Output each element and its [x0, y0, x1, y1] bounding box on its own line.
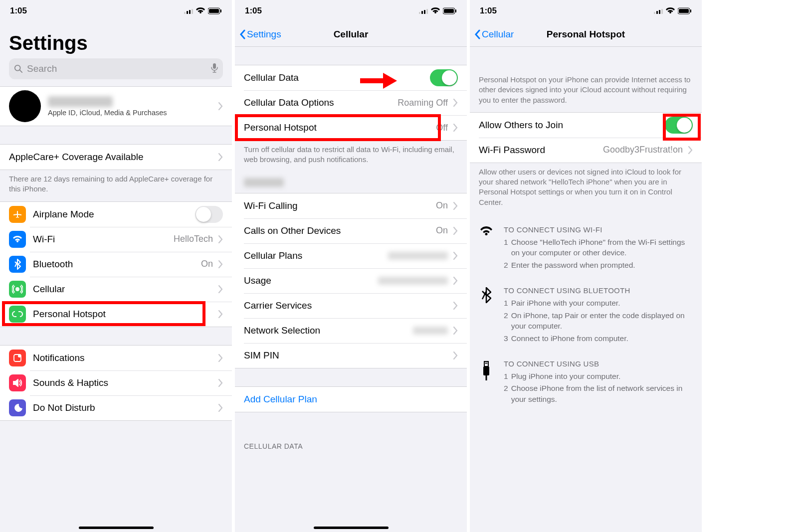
row-carrier-services[interactable]: Carrier Services [235, 293, 467, 318]
row-airplane-mode[interactable]: Airplane Mode [0, 202, 232, 227]
chevron-right-icon [453, 352, 458, 359]
wifi-icon [196, 7, 205, 14]
sounds-icon [9, 374, 26, 391]
row-wifi-calling[interactable]: Wi-Fi Calling On [235, 193, 467, 218]
row-network-selection[interactable]: Network Selection [235, 318, 467, 343]
row-personal-hotspot[interactable]: Personal Hotspot [0, 302, 232, 327]
hotspot-footer: Allow other users or devices not signed … [470, 163, 702, 214]
usb-instruct-icon [482, 360, 491, 406]
status-bar: 1:05 [470, 0, 702, 22]
row-cellular[interactable]: Cellular [0, 277, 232, 302]
instruct-wifi: TO CONNECT USING WI-FI 1Choose "HelloTec… [470, 214, 702, 275]
row-calls-other-devices[interactable]: Calls on Other Devices On [235, 218, 467, 243]
avatar [9, 90, 41, 122]
svg-point-8 [18, 355, 21, 357]
cellular-data-group: Cellular Data Cellular Data Options Roam… [235, 65, 467, 141]
svg-rect-15 [690, 9, 691, 12]
arrow-annotation [358, 71, 398, 91]
row-add-cellular-plan[interactable]: Add Cellular Plan [235, 387, 467, 412]
chevron-right-icon [218, 285, 223, 293]
status-bar: 1:05 [235, 0, 467, 22]
row-allow-others[interactable]: Allow Others to Join [470, 113, 702, 138]
chevron-right-icon [453, 99, 458, 107]
bluetooth-settings-icon [9, 256, 26, 273]
row-wifi[interactable]: Wi-Fi HelloTech [0, 227, 232, 252]
row-sim-pin[interactable]: SIM PIN [235, 343, 467, 368]
notifications-icon [9, 350, 26, 366]
status-time: 1:05 [480, 6, 497, 16]
row-dnd[interactable]: Do Not Disturb [0, 395, 232, 420]
wifi-icon [666, 7, 675, 14]
chevron-right-icon [218, 260, 223, 268]
chevron-right-icon [453, 302, 458, 310]
hotspot-settings-icon [9, 306, 26, 323]
row-cellular-data-options[interactable]: Cellular Data Options Roaming Off [235, 90, 467, 115]
dnd-icon [9, 399, 26, 416]
row-sounds[interactable]: Sounds & Haptics [0, 370, 232, 395]
chevron-right-icon [218, 379, 223, 387]
home-indicator[interactable] [314, 527, 389, 529]
nav-bar: Cellular Personal Hotspot [470, 22, 702, 47]
svg-rect-17 [485, 362, 486, 364]
chevron-right-icon [453, 202, 458, 210]
row-bluetooth[interactable]: Bluetooth On [0, 252, 232, 277]
hotspot-group: Allow Others to Join Wi-Fi Password Good… [470, 112, 702, 163]
airplane-toggle[interactable] [195, 206, 223, 223]
mic-icon[interactable] [211, 63, 218, 75]
chevron-left-icon [239, 29, 246, 39]
search-icon [14, 64, 23, 73]
svg-rect-18 [487, 362, 488, 364]
chevron-right-icon [218, 310, 223, 318]
phone-hotspot: 1:05 Cellular Personal Hotspot Personal … [470, 0, 702, 532]
row-personal-hotspot[interactable]: Personal Hotspot Off [235, 115, 467, 140]
chevron-right-icon [218, 354, 223, 362]
nav-title: Personal Hotspot [547, 29, 625, 40]
cellular-data-toggle[interactable] [430, 69, 458, 86]
chevron-left-icon [474, 29, 481, 39]
back-button[interactable]: Settings [239, 29, 281, 40]
cellular-signal-icon [654, 8, 663, 14]
redacted-value [413, 327, 448, 335]
battery-icon [443, 7, 457, 14]
row-wifi-password[interactable]: Wi-Fi Password Goodby3Frustrat!on [470, 138, 702, 163]
account-name-redacted [48, 96, 113, 107]
home-indicator[interactable] [79, 527, 154, 529]
wifi-settings-icon [9, 231, 26, 248]
search-input[interactable]: Search [9, 58, 223, 79]
row-cellular-data[interactable]: Cellular Data [235, 65, 467, 90]
chevron-right-icon [453, 227, 458, 235]
status-time: 1:05 [10, 6, 27, 16]
chevron-right-icon [453, 252, 458, 260]
svg-rect-14 [679, 9, 689, 13]
row-usage[interactable]: Usage [235, 268, 467, 293]
applecare-row[interactable]: AppleCare+ Coverage Available [0, 145, 232, 170]
row-cellular-plans[interactable]: Cellular Plans [235, 243, 467, 268]
wifi-instruct-icon [480, 226, 493, 272]
cellular-settings-icon [9, 281, 26, 298]
phone-settings: 1:05 Settings Search Apple ID, iCloud, M… [0, 0, 232, 532]
carrier-group: Wi-Fi Calling On Calls on Other Devices … [235, 193, 467, 368]
apple-id-row[interactable]: Apple ID, iCloud, Media & Purchases [0, 87, 232, 126]
battery-icon [208, 7, 222, 14]
wifi-icon [431, 7, 440, 14]
airplane-icon [9, 206, 26, 223]
instruct-usb: TO CONNECT USING USB 1Plug iPhone into y… [470, 349, 702, 409]
chevron-right-icon [453, 277, 458, 285]
add-plan-group: Add Cellular Plan [235, 386, 467, 412]
allow-others-toggle[interactable] [665, 117, 693, 134]
svg-rect-16 [484, 361, 488, 366]
row-notifications[interactable]: Notifications [0, 346, 232, 370]
redacted-value [378, 277, 448, 285]
chevron-right-icon [453, 327, 458, 335]
applecare-footer: There are 12 days remaining to add Apple… [0, 170, 232, 201]
page-title: Settings [0, 22, 232, 58]
nav-bar: Settings Cellular [235, 22, 467, 47]
back-button[interactable]: Cellular [474, 29, 514, 40]
bluetooth-instruct-icon [481, 287, 491, 346]
account-group: Apple ID, iCloud, Media & Purchases [0, 86, 232, 126]
svg-rect-1 [209, 9, 219, 13]
section-header-cellular-data: CELLULAR DATA [235, 412, 467, 455]
svg-rect-5 [213, 63, 216, 69]
redacted-value [388, 252, 448, 260]
battery-icon [678, 7, 692, 14]
